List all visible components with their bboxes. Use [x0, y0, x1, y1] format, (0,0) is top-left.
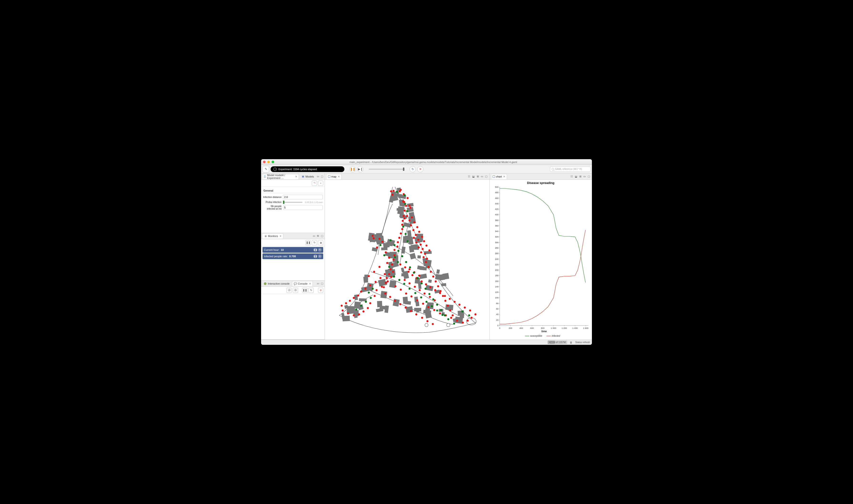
svg-point-239 [429, 296, 431, 298]
pause-icon[interactable]: ❚❚ [313, 248, 317, 252]
tab-interactive-console-label: Interactive console [268, 282, 290, 285]
monitors-refresh-button[interactable]: ↻ [312, 240, 317, 245]
svg-text:1 200: 1 200 [562, 327, 567, 329]
tab-experiment[interactable]: ☰ Model model4 / Experiment … ✕ [262, 174, 299, 179]
search-input[interactable]: GAML reference (⌘3⌃H) [550, 166, 591, 172]
layers-icon[interactable]: ☷ [468, 175, 471, 178]
map-canvas[interactable] [325, 180, 489, 340]
maximize-window-icon[interactable] [272, 161, 274, 163]
svg-point-207 [411, 295, 413, 298]
svg-point-255 [373, 271, 375, 273]
svg-point-316 [444, 314, 446, 317]
slider-thumb[interactable] [283, 201, 285, 204]
minimize-window-icon[interactable] [267, 161, 270, 163]
trash-icon[interactable]: 🗑 [569, 341, 573, 344]
minimize-pane-icon[interactable]: ▭ [312, 234, 315, 238]
svg-point-201 [375, 281, 377, 283]
console-a2-button[interactable]: ⓐ [293, 288, 298, 293]
svg-rect-64 [419, 274, 427, 279]
monitors-screen-button[interactable]: 🖥 [318, 240, 323, 245]
tab-map[interactable]: map ✕ [326, 174, 342, 179]
pause-icon: ❚❚ [306, 241, 310, 244]
svg-text:420: 420 [495, 208, 498, 210]
maximize-pane-icon[interactable]: ▢ [485, 175, 488, 178]
svg-point-157 [413, 229, 415, 231]
pencil-icon: ✎ [265, 167, 267, 171]
tab-interactive-console[interactable]: ⬤ Interactive console [262, 281, 291, 286]
maximize-pane-icon[interactable]: ▢ [320, 234, 324, 238]
console-output [261, 294, 325, 297]
fit-icon[interactable]: ⊞ [579, 175, 582, 178]
memory-indicator[interactable]: 421M of 1157M [548, 341, 567, 344]
status-text: Status refresh [575, 341, 590, 344]
svg-rect-106 [445, 304, 453, 310]
maximize-pane-icon[interactable]: ▢ [320, 175, 324, 178]
svg-text:400: 400 [519, 327, 523, 329]
monitors-pause-button[interactable]: ❚❚ [306, 240, 311, 245]
map-pane: map ✕ ☷ ⬓ ⊞ ▭ ▢ [325, 174, 490, 340]
svg-text:120: 120 [495, 291, 498, 293]
svg-text:susceptible: susceptible [530, 335, 542, 337]
close-tab-icon[interactable]: ✕ [295, 175, 297, 178]
step-button[interactable]: ▶❙ [357, 166, 363, 172]
monitor-current-hour[interactable]: Current hour: 10 ❚❚✕ [262, 247, 323, 253]
svg-point-164 [411, 217, 413, 219]
svg-text:20: 20 [496, 319, 498, 321]
svg-point-246 [410, 310, 412, 312]
close-tab-icon[interactable]: ✕ [279, 235, 282, 238]
svg-point-278 [404, 203, 406, 205]
close-icon[interactable]: ✕ [318, 254, 322, 258]
svg-point-150 [383, 286, 385, 288]
stop-button[interactable]: ✕ [417, 166, 423, 172]
minimize-pane-icon[interactable]: ▭ [583, 175, 586, 178]
snapshot-icon[interactable]: ⬓ [574, 175, 578, 178]
svg-point-149 [385, 282, 387, 284]
svg-point-162 [424, 253, 426, 255]
reload-button[interactable]: ↻ [410, 166, 416, 172]
tab-models[interactable]: ▣ Models [300, 174, 315, 179]
console-refresh-button[interactable]: ↻ [308, 288, 314, 293]
snapshot-icon[interactable]: ⬓ [472, 175, 475, 178]
tab-chart[interactable]: chart ✕ [491, 174, 507, 179]
minimize-pane-icon[interactable]: ▭ [316, 175, 320, 178]
monitor-infected-rate[interactable]: Infected people rate: 0.708 ❚❚✕ [262, 253, 323, 259]
pause-icon[interactable]: ❚❚ [313, 254, 317, 258]
console-a-button[interactable]: Ⓐ [287, 288, 292, 293]
close-window-icon[interactable] [263, 161, 266, 163]
param-nb-input[interactable] [283, 205, 323, 210]
param-infection-distance-input[interactable] [283, 195, 323, 199]
close-tab-icon[interactable]: ✕ [309, 282, 311, 285]
revert-button[interactable]: ↶ [312, 181, 317, 186]
tab-console[interactable]: 💬 Console ✕ [292, 281, 313, 286]
close-tab-icon[interactable]: ✕ [503, 175, 505, 178]
svg-point-274 [449, 310, 451, 312]
minimize-pane-icon[interactable]: ▭ [316, 282, 320, 285]
svg-point-250 [432, 323, 434, 325]
back-button[interactable]: ✎ [262, 166, 269, 173]
svg-point-167 [418, 231, 420, 233]
add-button[interactable]: ＋ [318, 181, 323, 186]
svg-point-283 [379, 244, 382, 246]
restore-pane-icon[interactable]: ⧉ [316, 234, 320, 238]
console-pause-button[interactable]: ❚❚ [302, 288, 308, 293]
param-proba-slider[interactable] [283, 202, 303, 203]
close-icon[interactable]: ✕ [318, 248, 322, 252]
param-proba-infection: Proba infection 0.05 [0.0..1.0] ever [263, 201, 323, 203]
speed-slider[interactable] [369, 169, 404, 170]
maximize-pane-icon[interactable]: ▢ [587, 175, 591, 178]
layers-icon[interactable]: ☷ [570, 175, 573, 178]
slider-thumb[interactable] [403, 167, 404, 171]
console-nofly-button[interactable]: ⊘ [318, 288, 323, 293]
svg-point-193 [341, 305, 343, 307]
minimize-pane-icon[interactable]: ▭ [480, 175, 484, 178]
svg-point-195 [349, 300, 351, 302]
param-proba-label: Proba infection [263, 201, 282, 203]
main-toolbar: ✎ Experiment: 1594 cycles elapsed ❚❚ ▶❙ … [261, 165, 592, 174]
pause-icon: ❚❚ [303, 289, 307, 292]
fit-icon[interactable]: ⊞ [476, 175, 479, 178]
close-tab-icon[interactable]: ✕ [338, 175, 340, 178]
tab-monitors[interactable]: 🖥 Monitors ✕ [262, 233, 283, 239]
pause-button[interactable]: ❚❚ [350, 166, 356, 172]
maximize-pane-icon[interactable]: ▢ [320, 282, 324, 285]
svg-point-308 [413, 272, 415, 274]
